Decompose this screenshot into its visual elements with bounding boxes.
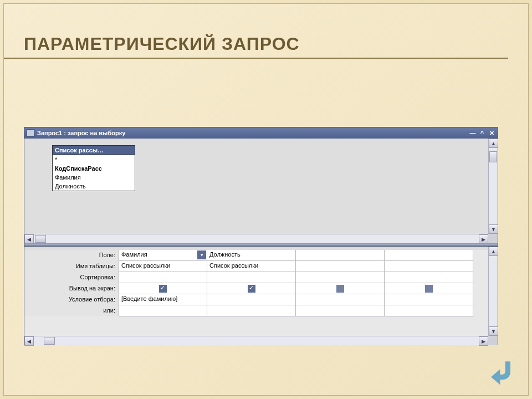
criteria-cell[interactable]: [207, 294, 296, 305]
show-cell[interactable]: [385, 283, 473, 294]
show-checkbox[interactable]: [159, 285, 167, 293]
row-label-show: Вывод на экран:: [24, 283, 119, 294]
row-label-field: Поле:: [24, 250, 119, 261]
restore-button[interactable]: ^: [478, 129, 486, 137]
show-cell[interactable]: [296, 283, 385, 294]
row-label-or: или:: [24, 305, 119, 316]
row-label-sort: Сортировка:: [24, 272, 119, 283]
window-caption: Запрос1 : запрос на выборку: [37, 130, 469, 136]
scroll-right-icon[interactable]: ▶: [479, 336, 488, 346]
show-checkbox[interactable]: [248, 285, 255, 293]
horizontal-scrollbar[interactable]: ◀ ▶: [24, 234, 488, 243]
cell-text: [Введите фамилию]: [121, 295, 177, 302]
slide-title: ПАРАМЕТРИЧЕСКИЙ ЗАПРОС: [24, 34, 508, 54]
title-region: ПАРАМЕТРИЧЕСКИЙ ЗАПРОС: [4, 4, 508, 59]
scroll-track[interactable]: [489, 148, 498, 224]
return-button[interactable]: [487, 356, 518, 387]
cell-text: Список рассылки: [209, 262, 258, 269]
field-cell[interactable]: [296, 250, 385, 261]
scroll-thumb[interactable]: [35, 235, 46, 243]
field-list-item[interactable]: *: [53, 155, 135, 164]
table-cell[interactable]: [296, 261, 385, 272]
scroll-corner: [488, 336, 498, 345]
scroll-left-icon[interactable]: ◀: [24, 234, 34, 244]
field-list[interactable]: Список рассы… * КодСпискаРасс Фамилия До…: [52, 145, 135, 191]
query-designer-window: Запрос1 : запрос на выборку — ^ ✕ Список…: [24, 127, 498, 345]
scroll-thumb[interactable]: [44, 337, 55, 345]
cell-text: Фамилия: [121, 251, 147, 258]
cell-text: Должность: [209, 251, 241, 258]
system-menu-icon[interactable]: [27, 129, 34, 137]
scroll-track[interactable]: [34, 336, 479, 345]
criteria-cell[interactable]: [296, 294, 385, 305]
show-checkbox[interactable]: [336, 285, 344, 293]
scroll-up-icon[interactable]: ▲: [489, 247, 498, 256]
scroll-track[interactable]: [34, 234, 479, 243]
or-cell[interactable]: [119, 305, 207, 316]
field-list-header[interactable]: Список рассы…: [53, 146, 135, 155]
row-label-criteria: Условие отбора:: [24, 294, 119, 305]
scroll-down-icon[interactable]: ▼: [489, 326, 498, 336]
table-cell[interactable]: Список рассылки: [119, 261, 207, 272]
horizontal-scrollbar[interactable]: ◀ ▶: [24, 336, 488, 345]
close-button[interactable]: ✕: [488, 129, 495, 137]
scroll-right-icon[interactable]: ▶: [479, 234, 488, 244]
vertical-scrollbar[interactable]: ▲ ▼: [488, 139, 498, 234]
field-cell[interactable]: Должность: [207, 250, 296, 261]
minimize-button[interactable]: —: [469, 129, 477, 137]
or-cell[interactable]: [296, 305, 385, 316]
tables-pane[interactable]: Список рассы… * КодСпискаРасс Фамилия До…: [24, 139, 498, 244]
criteria-cell[interactable]: [385, 294, 473, 305]
slide-container: ПАРАМЕТРИЧЕСКИЙ ЗАПРОС Запрос1 : запрос …: [3, 3, 529, 396]
row-label-table: Имя таблицы:: [24, 261, 119, 272]
table-cell[interactable]: Список рассылки: [207, 261, 296, 272]
dropdown-icon[interactable]: ▾: [197, 250, 206, 259]
or-cell[interactable]: [207, 305, 296, 316]
field-list-item[interactable]: КодСпискаРасс: [53, 164, 135, 173]
criteria-cell[interactable]: [Введите фамилию]: [119, 294, 207, 305]
scroll-track[interactable]: [489, 256, 498, 326]
scroll-left-icon[interactable]: ◀: [24, 336, 34, 346]
design-grid-pane: Поле: Фамилия ▾ Должность Имя таблицы: С…: [24, 247, 498, 345]
sort-cell[interactable]: [296, 272, 385, 283]
or-cell[interactable]: [385, 305, 473, 316]
vertical-scrollbar[interactable]: ▲ ▼: [488, 247, 498, 336]
field-cell[interactable]: [385, 250, 473, 261]
show-cell[interactable]: [207, 283, 296, 294]
field-cell[interactable]: Фамилия ▾: [119, 250, 207, 261]
field-list-item[interactable]: Фамилия: [53, 173, 135, 182]
sort-cell[interactable]: [207, 272, 296, 283]
scroll-thumb[interactable]: [489, 151, 497, 162]
sort-cell[interactable]: [119, 272, 207, 283]
show-checkbox[interactable]: [425, 285, 433, 293]
cell-text: Список рассылки: [121, 262, 170, 269]
scroll-down-icon[interactable]: ▼: [489, 224, 498, 234]
field-list-item[interactable]: Должность: [53, 182, 135, 191]
query-grid[interactable]: Поле: Фамилия ▾ Должность Имя таблицы: С…: [24, 250, 488, 336]
sort-cell[interactable]: [385, 272, 473, 283]
show-cell[interactable]: [119, 283, 207, 294]
table-cell[interactable]: [385, 261, 473, 272]
scroll-up-icon[interactable]: ▲: [489, 139, 498, 148]
title-bar[interactable]: Запрос1 : запрос на выборку — ^ ✕: [24, 127, 498, 139]
scroll-corner: [488, 234, 498, 243]
